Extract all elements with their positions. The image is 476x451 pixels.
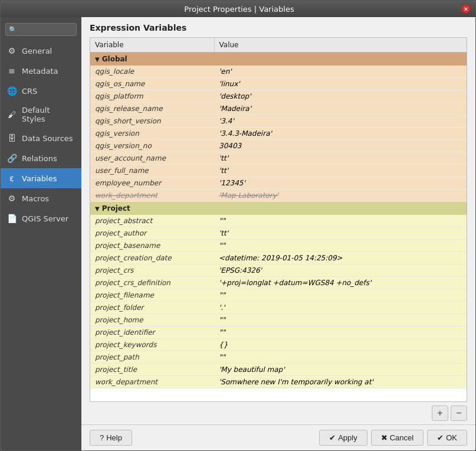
table-row[interactable]: project_title'My beautiful map' [90, 364, 467, 376]
remove-variable-button[interactable]: − [451, 406, 467, 421]
table-row[interactable]: project_identifier"" [90, 326, 467, 339]
variable-cell: project_identifier [90, 326, 214, 339]
variable-cell: project_author [90, 227, 214, 240]
variable-cell: project_title [90, 364, 214, 376]
cancel-button[interactable]: ✖ Cancel [371, 430, 424, 446]
window-title: Project Properties | Variables [17, 5, 461, 14]
sidebar-item-relations[interactable]: 🔗Relations [1, 148, 81, 168]
footer-right: ✔ Apply ✖ Cancel ✔ OK [319, 430, 467, 446]
value-cell: "" [214, 314, 467, 326]
table-row[interactable]: user_account_name'tt' [90, 152, 467, 165]
variable-cell: project_abstract [90, 215, 214, 227]
default-styles-icon: 🖌 [6, 109, 17, 120]
search-input[interactable] [19, 25, 73, 34]
search-box[interactable]: 🔍 [5, 23, 77, 36]
table-row[interactable]: employee_number'12345' [90, 177, 467, 189]
ok-button[interactable]: ✔ OK [427, 430, 467, 446]
table-row[interactable]: project_path"" [90, 351, 467, 364]
sidebar-item-metadata[interactable]: ≡Metadata [1, 61, 81, 81]
variable-cell: qgis_version_no [90, 140, 214, 152]
value-cell: '.' [214, 302, 467, 314]
table-row[interactable]: project_crs_definition'+proj=longlat +da… [90, 277, 467, 289]
apply-label: Apply [338, 433, 357, 442]
variable-cell: qgis_platform [90, 90, 214, 103]
value-cell: <datetime: 2019-01-05 14:25:09> [214, 252, 467, 264]
apply-icon: ✔ [329, 433, 336, 442]
relations-icon: 🔗 [6, 153, 17, 164]
table-row[interactable]: project_author'tt' [90, 227, 467, 240]
table-row[interactable]: qgis_short_version'3.4' [90, 115, 467, 128]
footer: ? Help ✔ Apply ✖ Cancel ✔ OK [81, 424, 475, 450]
sidebar-item-general[interactable]: ⚙General [1, 41, 81, 61]
apply-button[interactable]: ✔ Apply [319, 430, 367, 446]
table-row[interactable]: project_keywords{} [90, 339, 467, 351]
sidebar: 🔍 ⚙General≡Metadata🌐CRS🖌Default Styles🗄D… [1, 17, 81, 450]
table-toolbar: + − [81, 402, 475, 424]
table-row[interactable]: project_crs'EPSG:4326' [90, 264, 467, 277]
value-cell: 'My beautiful map' [214, 364, 467, 376]
value-cell: 'EPSG:4326' [214, 264, 467, 277]
sidebar-item-qgis-server[interactable]: 📄QGIS Server [1, 208, 81, 228]
value-cell: 'Somwhere new I'm temporarily working at… [214, 376, 467, 388]
sidebar-item-data-sources[interactable]: 🗄Data Sources [1, 128, 81, 148]
table-row[interactable]: qgis_platform'desktop' [90, 90, 467, 103]
variables-table-container: Variable Value ▼Globalqgis_locale'en'qgi… [90, 37, 467, 402]
variable-cell: project_creation_date [90, 252, 214, 264]
table-row[interactable]: user_full_name'tt' [90, 165, 467, 177]
table-row[interactable]: work_department'Map Laboratory' [90, 189, 467, 202]
table-row[interactable]: qgis_os_name'linux' [90, 78, 467, 90]
ok-icon: ✔ [437, 433, 444, 442]
sidebar-item-default-styles[interactable]: 🖌Default Styles [1, 101, 81, 128]
table-row[interactable]: qgis_release_name'Madeira' [90, 103, 467, 115]
help-icon: ? [100, 433, 104, 442]
data-sources-icon: 🗄 [6, 133, 17, 143]
variable-cell: project_crs_definition [90, 277, 214, 289]
sidebar-item-crs[interactable]: 🌐CRS [1, 81, 81, 101]
variable-cell: user_account_name [90, 152, 214, 165]
value-cell: 'Map Laboratory' [214, 189, 467, 202]
sidebar-item-macros[interactable]: ⚙Macros [1, 188, 81, 208]
variable-cell: project_basename [90, 240, 214, 252]
value-cell: 'Madeira' [214, 103, 467, 115]
table-row[interactable]: project_home"" [90, 314, 467, 326]
table-row[interactable]: project_abstract"" [90, 215, 467, 227]
close-button[interactable]: ✕ [461, 4, 471, 14]
table-row[interactable]: qgis_version'3.4.3-Madeira' [90, 128, 467, 140]
sidebar-item-variables[interactable]: εVariables [1, 168, 81, 188]
table-row[interactable]: project_filename"" [90, 289, 467, 302]
table-row[interactable]: project_basename"" [90, 240, 467, 252]
value-cell: 'tt' [214, 165, 467, 177]
variables-table: Variable Value ▼Globalqgis_locale'en'qgi… [90, 38, 467, 388]
section-header-project[interactable]: ▼Project [90, 202, 467, 215]
sidebar-item-label-general: General [22, 47, 52, 55]
content-area: 🔍 ⚙General≡Metadata🌐CRS🖌Default Styles🗄D… [1, 17, 475, 450]
variable-cell: employee_number [90, 177, 214, 189]
value-cell: "" [214, 215, 467, 227]
table-row[interactable]: project_creation_date<datetime: 2019-01-… [90, 252, 467, 264]
sidebar-item-label-macros: Macros [22, 194, 49, 203]
variable-cell: project_home [90, 314, 214, 326]
value-cell: "" [214, 240, 467, 252]
variable-cell: project_crs [90, 264, 214, 277]
value-cell: 'desktop' [214, 90, 467, 103]
section-header-global[interactable]: ▼Global [90, 53, 467, 66]
main-panel: Expression Variables Variable Value ▼Glo… [81, 17, 475, 450]
col-header-variable: Variable [90, 38, 214, 53]
variable-cell: qgis_locale [90, 66, 214, 78]
value-cell: "" [214, 326, 467, 339]
variable-cell: project_keywords [90, 339, 214, 351]
table-row[interactable]: qgis_locale'en' [90, 66, 467, 78]
qgis-server-icon: 📄 [6, 213, 17, 224]
col-header-value: Value [214, 38, 467, 53]
value-cell: 'tt' [214, 227, 467, 240]
cancel-label: Cancel [390, 433, 413, 442]
help-button[interactable]: ? Help [90, 430, 132, 446]
macros-icon: ⚙ [6, 193, 17, 204]
variable-cell: qgis_short_version [90, 115, 214, 128]
table-row[interactable]: qgis_version_no30403 [90, 140, 467, 152]
variable-cell: project_folder [90, 302, 214, 314]
table-row[interactable]: project_folder'.' [90, 302, 467, 314]
add-variable-button[interactable]: + [432, 406, 448, 421]
variable-cell: qgis_os_name [90, 78, 214, 90]
table-row[interactable]: work_department'Somwhere new I'm tempora… [90, 376, 467, 388]
